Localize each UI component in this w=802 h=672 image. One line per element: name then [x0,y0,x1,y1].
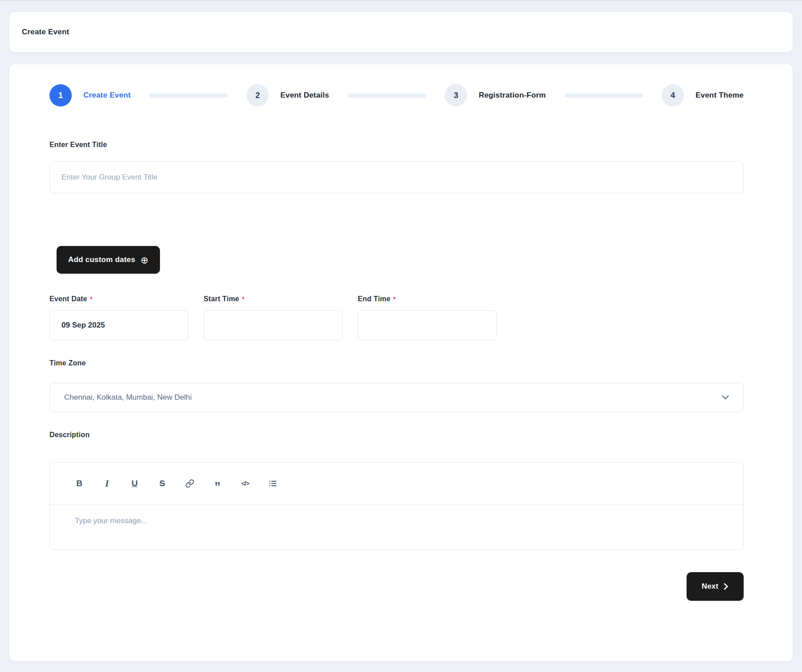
step-create-event[interactable]: 1 Create Event [49,84,131,107]
italic-icon[interactable]: I [97,474,117,493]
stepper-connector [565,94,643,98]
code-icon[interactable]: </> [235,474,255,493]
page-header-card: Create Event [9,12,793,53]
stepper: 1 Create Event 2 Event Details 3 Registr… [49,84,744,107]
step-4-label: Event Theme [696,91,744,100]
date-time-row: Event Date * Start Time * End Time * [49,295,744,340]
required-asterisk: * [90,295,93,302]
quote-icon[interactable]: ” [208,474,227,493]
required-asterisk: * [393,295,396,302]
stepper-connector [348,94,426,98]
add-custom-dates-button[interactable]: Add custom dates ⊕ [57,246,160,274]
plus-circle-icon: ⊕ [141,255,149,265]
bold-icon[interactable]: B [70,474,89,493]
time-zone-label: Time Zone [49,359,744,367]
link-icon[interactable] [180,474,200,493]
event-date-field: Event Date * [49,295,188,340]
required-asterisk: * [242,295,245,302]
description-label: Description [49,431,744,439]
next-button-label: Next [702,582,719,591]
end-time-label: End Time * [358,295,497,303]
page-title: Create Event [22,28,69,37]
description-textarea[interactable]: Type your message... [50,505,743,549]
step-event-theme[interactable]: 4 Event Theme [662,84,744,107]
create-event-form-card: 1 Create Event 2 Event Details 3 Registr… [9,64,793,662]
description-editor: B I U S ” </> Type your message... [49,462,744,550]
step-2-label: Event Details [280,91,329,100]
step-4-circle[interactable]: 4 [662,84,684,107]
event-title-input[interactable] [49,161,744,193]
event-title-label: Enter Event Title [49,141,744,149]
event-date-input[interactable] [49,310,188,340]
strikethrough-icon[interactable]: S [152,474,172,493]
event-date-label: Event Date * [49,295,188,303]
underline-icon[interactable]: U [125,474,144,493]
step-1-label: Create Event [83,91,131,100]
end-time-input[interactable] [358,310,497,340]
step-1-circle[interactable]: 1 [49,84,72,107]
step-3-label: Registration-Form [479,91,546,100]
step-3-circle[interactable]: 3 [445,84,467,107]
time-zone-value: Chennai, Kolkata, Mumbai, New Delhi [64,393,192,402]
start-time-field: Start Time * [204,295,343,340]
editor-toolbar: B I U S ” </> [50,463,743,505]
description-placeholder: Type your message... [75,516,147,525]
step-event-details[interactable]: 2 Event Details [246,84,329,107]
next-button[interactable]: Next [687,572,744,601]
stepper-connector [149,94,228,98]
chevron-down-icon [722,395,729,400]
chevron-right-icon [724,583,728,590]
form-actions: Next [49,572,744,601]
start-time-input[interactable] [204,310,343,340]
step-registration-form[interactable]: 3 Registration-Form [445,84,546,107]
step-2-circle[interactable]: 2 [246,84,269,107]
list-icon[interactable] [263,474,282,493]
end-time-field: End Time * [358,295,497,340]
start-time-label: Start Time * [204,295,343,303]
add-custom-dates-label: Add custom dates [68,255,135,264]
time-zone-select[interactable]: Chennai, Kolkata, Mumbai, New Delhi [49,383,744,412]
